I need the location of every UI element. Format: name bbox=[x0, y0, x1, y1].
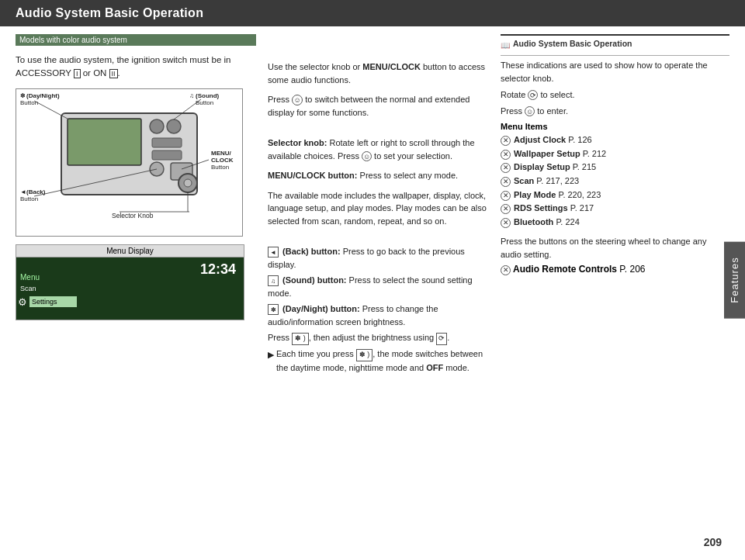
divider-1 bbox=[501, 55, 729, 56]
available-mode-desc: The available mode includes the wallpape… bbox=[268, 189, 489, 228]
menu-item-display-setup: ✕ Display Setup P. 215 bbox=[501, 161, 729, 175]
sound-icon: ♫ bbox=[268, 275, 279, 286]
svg-line-10 bbox=[34, 101, 68, 119]
svg-text:Button: Button bbox=[20, 99, 38, 106]
page-header: Audio System Basic Operation bbox=[0, 0, 745, 26]
svg-rect-4 bbox=[152, 138, 182, 147]
audio-diagram-svg: ✽ (Day/Night) Button ♫ (Sound) Button ◄ … bbox=[19, 92, 248, 231]
day-night-icon: ✽ bbox=[268, 304, 279, 315]
svg-text:(Sound): (Sound) bbox=[196, 92, 220, 99]
svg-text:♫: ♫ bbox=[189, 92, 194, 99]
svg-rect-5 bbox=[152, 150, 182, 160]
mid-column: Use the selector knob or MENU/CLOCK butt… bbox=[268, 34, 489, 548]
menu-item-icon-2: ✕ bbox=[501, 150, 511, 160]
right-badge: Audio System Basic Operation bbox=[513, 39, 632, 48]
menu-item-rds: ✕ RDS Settings P. 217 bbox=[501, 202, 729, 216]
back-icon: ◄ bbox=[268, 247, 279, 258]
day-night-button-note: ✽ (Day/Night) button: Press to change th… bbox=[268, 302, 489, 329]
back-button-note: ◄ (Back) button: Press to go back to the… bbox=[268, 245, 489, 271]
svg-text:(Day/Night): (Day/Night) bbox=[26, 92, 60, 99]
menu-item-bluetooth: ✕ Bluetooth P. 224 bbox=[501, 216, 729, 230]
bottom-notes: ◄ (Back) button: Press to go back to the… bbox=[268, 245, 489, 375]
steering-note: Press the buttons on the steering wheel … bbox=[501, 235, 729, 261]
menu-item-icon-5: ✕ bbox=[501, 191, 511, 201]
menu-item-adjust-clock: ✕ Adjust Clock P. 126 bbox=[501, 133, 729, 147]
svg-text:CLOCK: CLOCK bbox=[211, 157, 234, 164]
page-number: 209 bbox=[704, 536, 722, 548]
audio-remote-icon: ✕ bbox=[501, 265, 511, 275]
svg-point-3 bbox=[167, 119, 181, 133]
intro-text: To use the audio system, the ignition sw… bbox=[16, 54, 256, 81]
right-column: 📖 Audio System Basic Operation These ind… bbox=[501, 34, 729, 548]
menu-item-icon-6: ✕ bbox=[501, 204, 511, 214]
right-intro-text: These indications are used to show how t… bbox=[501, 59, 729, 85]
svg-text:Button: Button bbox=[20, 195, 38, 202]
screen-menu: Menu bbox=[20, 273, 40, 282]
menu-item-icon-3: ✕ bbox=[501, 163, 511, 173]
menu-items-heading: Menu Items bbox=[501, 122, 729, 131]
svg-text:✽: ✽ bbox=[20, 92, 26, 99]
menu-items-list: ✕ Adjust Clock P. 126 ✕ Wallpaper Setup … bbox=[501, 133, 729, 229]
screen-settings-label: Settings bbox=[29, 296, 77, 307]
screen-scan: Scan bbox=[20, 285, 36, 292]
models-badge: Models with color audio system bbox=[16, 34, 256, 46]
audio-remote-note: ✕ Audio Remote Controls P. 206 bbox=[501, 264, 729, 275]
svg-text:(Back): (Back) bbox=[26, 188, 46, 195]
svg-point-9 bbox=[184, 179, 192, 187]
right-rotate-text: Rotate ⟳ to select. bbox=[501, 88, 729, 102]
selector-knob-desc: Selector knob: Rotate left or right to s… bbox=[268, 137, 489, 162]
menu-item-play-mode: ✕ Play Mode P. 220, 223 bbox=[501, 188, 729, 202]
screen-time: 12:34 bbox=[200, 261, 236, 278]
menu-display-box: Menu Display 12:34 Menu Scan ⚙ Settings bbox=[16, 244, 244, 320]
brightness-note: Press ✽ ), then adjust the brightness us… bbox=[268, 331, 489, 345]
right-badge-row: 📖 Audio System Basic Operation bbox=[501, 39, 729, 52]
features-tab: Features bbox=[724, 241, 745, 318]
menu-screen: 12:34 Menu Scan ⚙ Settings bbox=[16, 258, 244, 320]
header-title: Audio System Basic Operation bbox=[16, 6, 203, 19]
right-press-text: Press ☺ to enter. bbox=[501, 105, 729, 118]
menu-item-icon-4: ✕ bbox=[501, 177, 511, 187]
svg-text:Button: Button bbox=[211, 164, 229, 171]
mid-para-2: Press ☺ to switch between the normal and… bbox=[268, 93, 489, 119]
svg-text:Button: Button bbox=[196, 99, 213, 106]
svg-text:◄: ◄ bbox=[20, 188, 26, 195]
menu-item-wallpaper: ✕ Wallpaper Setup P. 212 bbox=[501, 147, 729, 161]
menu-clock-desc: MENU/CLOCK button: Press to select any m… bbox=[268, 169, 489, 182]
left-column: Models with color audio system To use th… bbox=[16, 34, 256, 548]
menu-display-label: Menu Display bbox=[16, 245, 244, 258]
book-icon: 📖 bbox=[501, 41, 510, 50]
mode-switch-note: ▶ Each time you press ✽ ), the mode swit… bbox=[268, 347, 489, 375]
mid-para-1: Use the selector knob or MENU/CLOCK butt… bbox=[268, 60, 489, 86]
mode-switch-text: Each time you press ✽ ), the mode switch… bbox=[276, 347, 489, 375]
screen-settings-row: ⚙ Settings bbox=[18, 296, 77, 308]
menu-item-icon-1: ✕ bbox=[501, 136, 511, 146]
main-content: Models with color audio system To use th… bbox=[0, 26, 745, 555]
bullet-arrow: ▶ bbox=[268, 348, 274, 361]
device-diagram: ✽ (Day/Night) Button ♫ (Sound) Button ◄ … bbox=[16, 88, 243, 237]
svg-point-2 bbox=[150, 119, 164, 133]
menu-item-icon-7: ✕ bbox=[501, 218, 511, 228]
sound-button-note: ♫ (Sound) button: Press to select the so… bbox=[268, 274, 489, 300]
right-info-box: 📖 Audio System Basic Operation These ind… bbox=[501, 34, 729, 275]
svg-text:MENU/: MENU/ bbox=[211, 150, 232, 157]
menu-item-scan: ✕ Scan P. 217, 223 bbox=[501, 175, 729, 188]
svg-text:Selector Knob: Selector Knob bbox=[112, 212, 154, 220]
svg-rect-1 bbox=[68, 119, 141, 165]
